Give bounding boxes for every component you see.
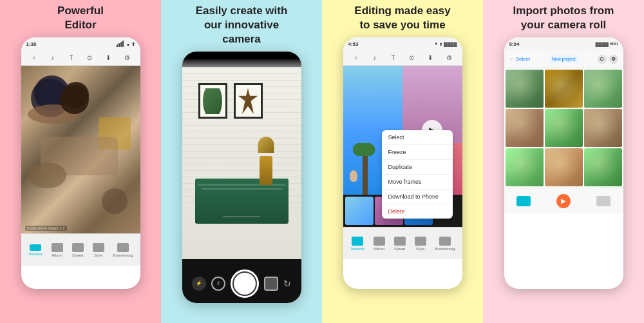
status-bar-1: 1:38 ▼ ⬆: [21, 37, 140, 50]
panel-camera-roll-title: Import photos from your camera roll: [507, 0, 621, 35]
vase: [260, 156, 272, 185]
camera-controls: ⚡ ⏱ ↻: [182, 259, 301, 303]
photo-9[interactable]: [584, 148, 622, 186]
back-icon[interactable]: ‹: [30, 54, 39, 63]
photos-tab-icon[interactable]: [516, 196, 531, 206]
toolbar-icons: ⊙ ⚙: [598, 55, 618, 64]
tab-timeline[interactable]: Timeline: [28, 244, 42, 256]
phone-editor: 1:38 ▼ ⬆ ‹ ♪ T ⊙ ⬇ ⚙: [21, 37, 140, 289]
palm-tree: [363, 143, 368, 195]
toolbar-3: ‹ ♪ T ⊙ ⬇ ⚙: [343, 50, 462, 66]
tab-boomerang-3[interactable]: Boomerang: [435, 237, 455, 251]
status-bar-4: 9:04 ▓▓▓▓ WiFi: [504, 37, 623, 50]
bottom-bar-3: Timeline Album Speed Style Boomerang: [343, 227, 462, 259]
status-icons-3: ▼ ⬆ ▓▓▓▓: [434, 42, 457, 46]
new-project-button[interactable]: New project: [549, 55, 579, 63]
timeline-icon: [30, 244, 41, 251]
menu-move-frames[interactable]: Move frames: [382, 175, 453, 190]
style-icon-3: [415, 237, 426, 246]
photo-caption: Charcuterie height 1.1: [25, 226, 67, 231]
speed-icon: [72, 243, 84, 252]
timer-btn[interactable]: ⏱: [211, 277, 225, 291]
music-icon: ♪: [48, 54, 57, 63]
select-button[interactable]: ← Select: [509, 56, 530, 62]
flip-camera-icon[interactable]: ↻: [283, 279, 291, 289]
back-icon-3[interactable]: ‹: [352, 54, 361, 63]
tab-style-3[interactable]: Style: [415, 237, 426, 251]
play-tab-icon[interactable]: ▶: [556, 194, 571, 208]
record-icon-3: ⊙: [407, 54, 416, 63]
settings-icon-3[interactable]: ⚙: [444, 54, 453, 63]
tab-style[interactable]: Style: [93, 243, 104, 257]
signal-1: ▼ ⬆: [117, 41, 135, 47]
tab-album-label: Album: [52, 253, 62, 257]
tab-speed[interactable]: Speed: [72, 243, 84, 257]
menu-select[interactable]: Select: [382, 130, 453, 145]
wall-frame-2: [234, 83, 263, 119]
editor-content: Charcuterie height 1.1 +: [21, 66, 140, 233]
speed-icon-3: [394, 237, 406, 246]
download-icon[interactable]: ⬇: [104, 54, 113, 63]
tab-album-3[interactable]: Album: [374, 237, 385, 251]
tab-boomerang[interactable]: Boomerang: [113, 243, 133, 257]
tab-boomerang-label: Boomerang: [113, 253, 133, 257]
menu-delete[interactable]: Delete: [382, 204, 453, 219]
phone-editor2: 4:53 ▼ ⬆ ▓▓▓▓ ‹ ♪ T ⊙ ⬇ ⚙: [343, 37, 462, 289]
shutter-button[interactable]: [231, 269, 259, 298]
tab-speed-3[interactable]: Speed: [394, 237, 406, 251]
photo-1[interactable]: [506, 70, 544, 108]
search-icon-roll[interactable]: ⊙: [598, 55, 607, 64]
last-photo-preview[interactable]: [264, 277, 278, 291]
album-icon: [52, 243, 63, 252]
tab-timeline-3[interactable]: Timeline: [350, 237, 364, 251]
toolbar-1: ‹ ♪ T ⊙ ⬇ ⚙: [21, 50, 140, 66]
camera-top-bar: [182, 52, 301, 59]
leaf-art: [203, 88, 222, 114]
wall-frame-1: [198, 83, 227, 119]
tab-album[interactable]: Album: [52, 243, 63, 257]
photo-8[interactable]: [545, 148, 583, 186]
flash-btn[interactable]: ⚡: [192, 277, 206, 291]
photo-2[interactable]: [545, 70, 583, 108]
camera-preview: [182, 59, 301, 259]
video-editor-area: ▶ Select Freeze Duplicate Move frames Do…: [343, 66, 462, 195]
photo-6[interactable]: [584, 109, 622, 147]
settings-icon-roll[interactable]: ⚙: [609, 55, 618, 64]
music-icon-3: ♪: [370, 54, 379, 63]
boomerang-icon-3: [439, 237, 451, 246]
menu-freeze[interactable]: Freeze: [382, 145, 453, 160]
panel-editor: Powerful Editor 1:38 ▼ ⬆ ‹ ♪ T ⊙ ⬇ ⚙: [0, 0, 161, 323]
photo-7[interactable]: [506, 148, 544, 186]
time-1: 1:38: [26, 41, 37, 47]
panel-camera: Easily create with our innovative camera: [161, 0, 322, 323]
tab-style-label: Style: [94, 253, 102, 257]
phone-camera: ⚡ ⏱ ↻ Timeline Album Speed Styl: [182, 52, 301, 303]
shutter-inner: [234, 273, 256, 295]
album-icon-3: [374, 237, 385, 246]
tab-speed-3-label: Speed: [394, 247, 405, 251]
panel-camera-title: Easily create with our innovative camera: [189, 0, 294, 49]
time-4: 9:04: [509, 41, 520, 47]
time-3: 4:53: [348, 41, 359, 47]
boomerang-icon: [117, 243, 129, 252]
status-bar-3: 4:53 ▼ ⬆ ▓▓▓▓: [343, 37, 462, 50]
dresser: [195, 179, 289, 224]
context-menu: Select Freeze Duplicate Move frames Down…: [382, 130, 453, 219]
tab-boomerang-3-label: Boomerang: [435, 247, 455, 251]
panel-camera-roll: Import photos from your camera roll 9:04…: [483, 0, 644, 323]
text-icon-3: T: [389, 54, 398, 63]
menu-duplicate[interactable]: Duplicate: [382, 160, 453, 175]
film-thumb-1[interactable]: [345, 197, 374, 225]
download-icon-3[interactable]: ⬇: [426, 54, 435, 63]
style-icon: [93, 243, 104, 252]
menu-download[interactable]: Download to Phone: [382, 190, 453, 204]
settings-icon[interactable]: ⚙: [122, 54, 131, 63]
photo-4[interactable]: [506, 109, 544, 147]
bottom-bar-1: Timeline Album Speed Style Boomerang: [21, 233, 140, 266]
photo-3[interactable]: [584, 70, 622, 108]
photo-5[interactable]: [545, 109, 583, 147]
camera-roll-toolbar: ← Select New project ⊙ ⚙: [504, 50, 623, 68]
panel-editor2: Editing made easy to save you time 4:53 …: [322, 0, 483, 323]
record-icon: ⊙: [85, 54, 94, 63]
grid-tab-icon[interactable]: [596, 196, 611, 206]
